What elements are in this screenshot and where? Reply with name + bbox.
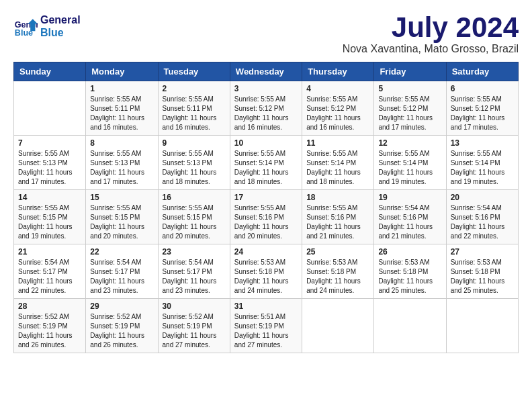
calendar-cell: 16Sunrise: 5:55 AM Sunset: 5:15 PM Dayli… xyxy=(158,190,230,244)
cell-content: Sunrise: 5:54 AM Sunset: 5:16 PM Dayligh… xyxy=(451,203,514,241)
day-number: 5 xyxy=(378,84,441,93)
calendar-cell: 11Sunrise: 5:55 AM Sunset: 5:14 PM Dayli… xyxy=(302,136,374,190)
day-number: 9 xyxy=(163,138,226,148)
cell-content: Sunrise: 5:53 AM Sunset: 5:18 PM Dayligh… xyxy=(306,258,369,295)
calendar-cell: 13Sunrise: 5:55 AM Sunset: 5:14 PM Dayli… xyxy=(446,136,518,190)
calendar-cell: 20Sunrise: 5:54 AM Sunset: 5:16 PM Dayli… xyxy=(446,190,518,244)
day-number: 22 xyxy=(90,247,153,257)
calendar-cell: 2Sunrise: 5:55 AM Sunset: 5:11 PM Daylig… xyxy=(158,81,230,136)
cell-content: Sunrise: 5:55 AM Sunset: 5:15 PM Dayligh… xyxy=(18,203,81,241)
day-number: 15 xyxy=(90,193,153,202)
header-cell-wednesday: Wednesday xyxy=(230,62,302,81)
main-title: July 2024 xyxy=(343,13,519,42)
day-number: 25 xyxy=(306,247,369,257)
day-number: 19 xyxy=(378,193,441,202)
day-number: 12 xyxy=(378,138,441,148)
cell-content: Sunrise: 5:52 AM Sunset: 5:19 PM Dayligh… xyxy=(90,312,153,350)
calendar-body: 1Sunrise: 5:55 AM Sunset: 5:11 PM Daylig… xyxy=(14,81,519,353)
calendar-cell xyxy=(446,299,518,353)
logo: General Blue General Blue xyxy=(13,13,81,39)
cell-content: Sunrise: 5:55 AM Sunset: 5:11 PM Dayligh… xyxy=(163,95,226,132)
cell-content: Sunrise: 5:55 AM Sunset: 5:14 PM Dayligh… xyxy=(451,149,514,187)
cell-content: Sunrise: 5:55 AM Sunset: 5:14 PM Dayligh… xyxy=(378,149,441,187)
calendar-cell: 19Sunrise: 5:54 AM Sunset: 5:16 PM Dayli… xyxy=(374,190,446,244)
header-cell-monday: Monday xyxy=(86,62,158,81)
calendar-cell: 9Sunrise: 5:55 AM Sunset: 5:13 PM Daylig… xyxy=(158,136,230,190)
header-cell-thursday: Thursday xyxy=(302,62,374,81)
week-row-4: 21Sunrise: 5:54 AM Sunset: 5:17 PM Dayli… xyxy=(14,244,519,299)
logo-blue: Blue xyxy=(40,26,81,39)
week-row-5: 28Sunrise: 5:52 AM Sunset: 5:19 PM Dayli… xyxy=(14,299,519,353)
calendar-cell: 4Sunrise: 5:55 AM Sunset: 5:12 PM Daylig… xyxy=(302,81,374,136)
day-number: 11 xyxy=(306,138,369,148)
calendar-cell: 10Sunrise: 5:55 AM Sunset: 5:14 PM Dayli… xyxy=(230,136,302,190)
header-row: SundayMondayTuesdayWednesdayThursdayFrid… xyxy=(14,62,519,81)
day-number: 23 xyxy=(163,247,226,257)
calendar-header: SundayMondayTuesdayWednesdayThursdayFrid… xyxy=(14,62,519,81)
cell-content: Sunrise: 5:55 AM Sunset: 5:13 PM Dayligh… xyxy=(90,149,153,187)
svg-text:Blue: Blue xyxy=(15,29,33,38)
cell-content: Sunrise: 5:52 AM Sunset: 5:19 PM Dayligh… xyxy=(163,312,226,350)
day-number: 13 xyxy=(451,138,514,148)
calendar-cell: 23Sunrise: 5:54 AM Sunset: 5:17 PM Dayli… xyxy=(158,244,230,299)
cell-content: Sunrise: 5:51 AM Sunset: 5:19 PM Dayligh… xyxy=(234,312,298,350)
logo-general: General xyxy=(40,13,81,26)
cell-content: Sunrise: 5:54 AM Sunset: 5:16 PM Dayligh… xyxy=(378,203,441,241)
cell-content: Sunrise: 5:53 AM Sunset: 5:18 PM Dayligh… xyxy=(378,258,441,295)
day-number: 7 xyxy=(18,138,81,148)
week-row-3: 14Sunrise: 5:55 AM Sunset: 5:15 PM Dayli… xyxy=(14,190,519,244)
day-number: 26 xyxy=(378,247,441,257)
cell-content: Sunrise: 5:55 AM Sunset: 5:14 PM Dayligh… xyxy=(306,149,369,187)
cell-content: Sunrise: 5:52 AM Sunset: 5:19 PM Dayligh… xyxy=(18,312,81,350)
calendar-cell: 27Sunrise: 5:53 AM Sunset: 5:18 PM Dayli… xyxy=(446,244,518,299)
cell-content: Sunrise: 5:55 AM Sunset: 5:16 PM Dayligh… xyxy=(306,203,369,241)
day-number: 16 xyxy=(163,193,226,202)
cell-content: Sunrise: 5:55 AM Sunset: 5:11 PM Dayligh… xyxy=(90,95,153,132)
calendar-cell: 28Sunrise: 5:52 AM Sunset: 5:19 PM Dayli… xyxy=(14,299,86,353)
calendar-cell: 1Sunrise: 5:55 AM Sunset: 5:11 PM Daylig… xyxy=(86,81,158,136)
cell-content: Sunrise: 5:55 AM Sunset: 5:14 PM Dayligh… xyxy=(234,149,298,187)
day-number: 28 xyxy=(18,302,81,311)
day-number: 4 xyxy=(306,84,369,93)
calendar-cell xyxy=(14,81,86,136)
calendar-cell: 7Sunrise: 5:55 AM Sunset: 5:13 PM Daylig… xyxy=(14,136,86,190)
header-cell-saturday: Saturday xyxy=(446,62,518,81)
day-number: 10 xyxy=(234,138,298,148)
cell-content: Sunrise: 5:55 AM Sunset: 5:12 PM Dayligh… xyxy=(306,95,369,132)
calendar-cell xyxy=(374,299,446,353)
calendar-cell: 6Sunrise: 5:55 AM Sunset: 5:12 PM Daylig… xyxy=(446,81,518,136)
calendar-cell: 15Sunrise: 5:55 AM Sunset: 5:15 PM Dayli… xyxy=(86,190,158,244)
day-number: 3 xyxy=(234,84,298,93)
cell-content: Sunrise: 5:55 AM Sunset: 5:15 PM Dayligh… xyxy=(163,203,226,241)
calendar-cell: 25Sunrise: 5:53 AM Sunset: 5:18 PM Dayli… xyxy=(302,244,374,299)
cell-content: Sunrise: 5:53 AM Sunset: 5:18 PM Dayligh… xyxy=(451,258,514,295)
day-number: 29 xyxy=(90,302,153,311)
cell-content: Sunrise: 5:55 AM Sunset: 5:12 PM Dayligh… xyxy=(451,95,514,132)
day-number: 6 xyxy=(451,84,514,93)
calendar-table: SundayMondayTuesdayWednesdayThursdayFrid… xyxy=(13,62,519,353)
day-number: 24 xyxy=(234,247,298,257)
day-number: 21 xyxy=(18,247,81,257)
cell-content: Sunrise: 5:54 AM Sunset: 5:17 PM Dayligh… xyxy=(90,258,153,295)
page-header: General Blue General Blue July 2024 Nova… xyxy=(13,13,519,55)
cell-content: Sunrise: 5:55 AM Sunset: 5:13 PM Dayligh… xyxy=(163,149,226,187)
calendar-cell: 22Sunrise: 5:54 AM Sunset: 5:17 PM Dayli… xyxy=(86,244,158,299)
calendar-cell: 18Sunrise: 5:55 AM Sunset: 5:16 PM Dayli… xyxy=(302,190,374,244)
day-number: 8 xyxy=(90,138,153,148)
calendar-cell: 8Sunrise: 5:55 AM Sunset: 5:13 PM Daylig… xyxy=(86,136,158,190)
calendar-cell: 14Sunrise: 5:55 AM Sunset: 5:15 PM Dayli… xyxy=(14,190,86,244)
calendar-cell: 12Sunrise: 5:55 AM Sunset: 5:14 PM Dayli… xyxy=(374,136,446,190)
day-number: 2 xyxy=(163,84,226,93)
week-row-1: 1Sunrise: 5:55 AM Sunset: 5:11 PM Daylig… xyxy=(14,81,519,136)
cell-content: Sunrise: 5:55 AM Sunset: 5:16 PM Dayligh… xyxy=(234,203,298,241)
calendar-cell: 5Sunrise: 5:55 AM Sunset: 5:12 PM Daylig… xyxy=(374,81,446,136)
calendar-cell: 30Sunrise: 5:52 AM Sunset: 5:19 PM Dayli… xyxy=(158,299,230,353)
calendar-cell xyxy=(302,299,374,353)
sub-title: Nova Xavantina, Mato Grosso, Brazil xyxy=(343,43,519,55)
cell-content: Sunrise: 5:55 AM Sunset: 5:13 PM Dayligh… xyxy=(18,149,81,187)
day-number: 31 xyxy=(234,302,298,311)
day-number: 27 xyxy=(451,247,514,257)
day-number: 17 xyxy=(234,193,298,202)
cell-content: Sunrise: 5:55 AM Sunset: 5:12 PM Dayligh… xyxy=(378,95,441,132)
cell-content: Sunrise: 5:53 AM Sunset: 5:18 PM Dayligh… xyxy=(234,258,298,295)
